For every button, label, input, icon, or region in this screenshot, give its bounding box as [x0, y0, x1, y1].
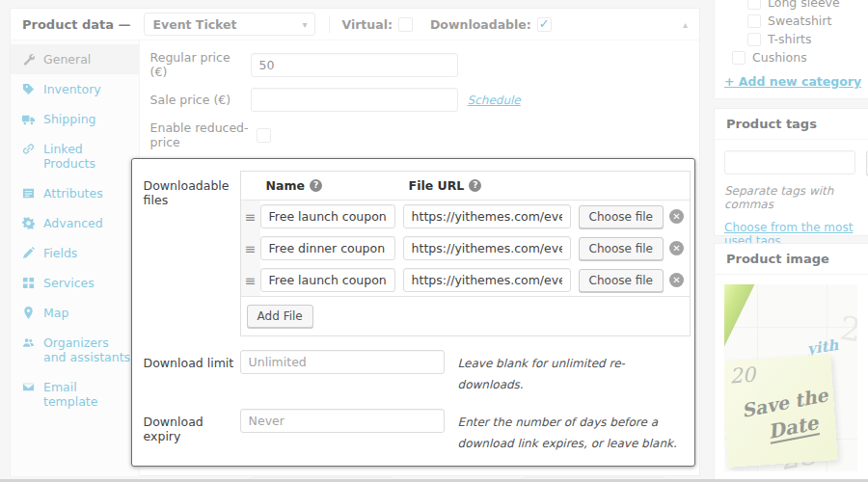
tab-label: Inventory	[43, 82, 101, 96]
choose-file-button[interactable]: Choose file	[579, 237, 664, 260]
tab-label: Map	[43, 306, 68, 320]
link-icon	[22, 143, 36, 156]
reduced-price-row: Enable reduced-price	[145, 120, 693, 149]
category-checkbox[interactable]	[747, 33, 761, 46]
envelope-icon	[22, 381, 36, 394]
tab-label: Linked Products	[43, 142, 133, 171]
tab-map[interactable]: Map	[11, 298, 139, 328]
tag-icon	[22, 83, 36, 96]
general-tab-content: Regular price (€) Sale price (€) Schedul…	[140, 40, 699, 476]
reduced-price-checkbox[interactable]	[257, 128, 271, 143]
choose-file-button[interactable]: Choose file	[579, 205, 664, 228]
delete-file-icon[interactable]: ✕	[669, 209, 684, 224]
tab-organizers[interactable]: Organizers and assistants	[11, 328, 139, 372]
sticky-note: 20 Save the Date	[724, 354, 838, 468]
product-image-title: Product image	[715, 244, 868, 275]
add-new-category-link[interactable]: + Add new category	[724, 74, 861, 89]
tab-shipping[interactable]: Shipping	[11, 104, 139, 134]
category-label: Sweatshirt	[768, 13, 831, 28]
add-file-button[interactable]: Add File	[247, 305, 313, 328]
download-expiry-row: Download expiry Enter the number of days…	[144, 409, 691, 454]
download-limit-row: Download limit Leave blank for unlimited…	[144, 350, 691, 395]
note-day: 20	[729, 363, 756, 388]
schedule-link[interactable]: Schedule	[468, 94, 521, 107]
tab-services[interactable]: Services	[11, 268, 139, 298]
delete-file-icon[interactable]: ✕	[669, 241, 684, 255]
delete-file-icon[interactable]: ✕	[669, 273, 684, 287]
drag-handle-icon[interactable]: ≡	[241, 264, 260, 296]
virtual-checkbox[interactable]	[398, 17, 413, 32]
file-name-input[interactable]	[260, 204, 395, 228]
download-expiry-hint: Enter the number of days before a downlo…	[458, 409, 685, 454]
collapse-panel-icon[interactable]: ▴	[683, 19, 688, 30]
regular-price-label: Regular price (€)	[145, 50, 251, 79]
virtual-label: Virtual:	[341, 17, 393, 32]
tag-form: Add	[724, 150, 862, 174]
category-item: Cushions	[715, 48, 868, 67]
tab-general[interactable]: General	[11, 44, 139, 74]
regular-price-input[interactable]	[251, 53, 458, 77]
wrench-icon	[22, 53, 36, 67]
category-item: Sweatshirt	[715, 12, 868, 30]
product-image-thumbnail[interactable]: 2 25 yith 20 Save the Date	[724, 284, 857, 471]
category-label: Cushions	[752, 50, 807, 65]
download-limit-label: Download limit	[144, 350, 240, 370]
category-item: Long sleeve	[715, 0, 868, 12]
file-name-input[interactable]	[260, 268, 395, 292]
file-url-input[interactable]	[403, 236, 571, 260]
tab-label: Fields	[43, 246, 77, 260]
category-checkbox[interactable]	[732, 51, 746, 65]
tab-attributes[interactable]: Attributes	[11, 178, 139, 208]
gear-icon	[22, 217, 36, 230]
file-url-input[interactable]	[403, 204, 571, 228]
file-url-column-header: File URL	[409, 178, 465, 193]
download-expiry-input[interactable]	[240, 409, 445, 433]
category-label: T-shirts	[768, 32, 811, 46]
tab-email-template[interactable]: Email template	[11, 372, 139, 416]
downloadable-option: Downloadable:	[430, 17, 552, 32]
tab-label: Email template	[43, 380, 133, 409]
tab-inventory[interactable]: Inventory	[11, 74, 139, 104]
drag-handle-icon[interactable]: ≡	[241, 232, 260, 264]
product-data-body: General Inventory Shipping Linked Produc…	[11, 40, 699, 476]
download-expiry-label: Download expiry	[144, 409, 240, 443]
tab-label: Shipping	[43, 112, 96, 126]
category-checkbox[interactable]	[747, 0, 761, 10]
tab-label: Services	[43, 276, 95, 290]
category-item: T-shirts	[715, 30, 868, 48]
downloadable-files-label: Downloadable files	[144, 171, 240, 207]
tab-linked-products[interactable]: Linked Products	[11, 134, 139, 178]
downloadable-checkbox[interactable]	[537, 17, 552, 32]
drag-handle-icon[interactable]: ≡	[241, 201, 260, 232]
tab-fields[interactable]: Fields	[11, 238, 139, 268]
calendar-number: 2	[838, 308, 857, 350]
file-url-help-icon[interactable]: ?	[469, 179, 481, 192]
product-image-panel: Product image 2 25 yith 20 Save the Date…	[714, 243, 868, 482]
downloadable-files-row: Downloadable files Name ? File URL ?	[144, 171, 691, 336]
file-name-input[interactable]	[260, 236, 395, 260]
highlighter-pen	[724, 284, 760, 357]
name-help-icon[interactable]: ?	[310, 179, 322, 192]
product-categories-panel: Long sleeve Sweatshirt T-shirts Cushions…	[714, 0, 868, 99]
download-limit-input[interactable]	[240, 350, 445, 374]
name-column-header: Name	[266, 178, 305, 193]
download-limit-hint: Leave blank for unlimited re-downloads.	[458, 350, 685, 395]
tab-advanced[interactable]: Advanced	[11, 208, 139, 238]
product-tags-panel: Product tags Add Separate tags with comm…	[714, 108, 868, 236]
category-checkbox[interactable]	[747, 14, 761, 28]
grid-icon	[22, 277, 36, 290]
product-type-select[interactable]: Event Ticket ▾	[144, 13, 315, 36]
sale-price-input[interactable]	[251, 88, 458, 112]
tab-label: Advanced	[43, 216, 103, 230]
choose-file-button[interactable]: Choose file	[579, 269, 664, 292]
file-url-input[interactable]	[403, 268, 571, 292]
product-data-header: Product data — Event Ticket ▾ Virtual: D…	[11, 9, 699, 40]
product-type-value: Event Ticket	[152, 17, 236, 32]
list-icon	[22, 187, 36, 201]
sale-price-label: Sale price (€)	[145, 93, 251, 107]
tag-input[interactable]	[724, 150, 855, 174]
truck-icon	[22, 113, 36, 126]
map-pin-icon	[22, 307, 36, 320]
product-tags-title: Product tags	[715, 109, 868, 140]
product-data-tabs: General Inventory Shipping Linked Produc…	[11, 40, 140, 476]
